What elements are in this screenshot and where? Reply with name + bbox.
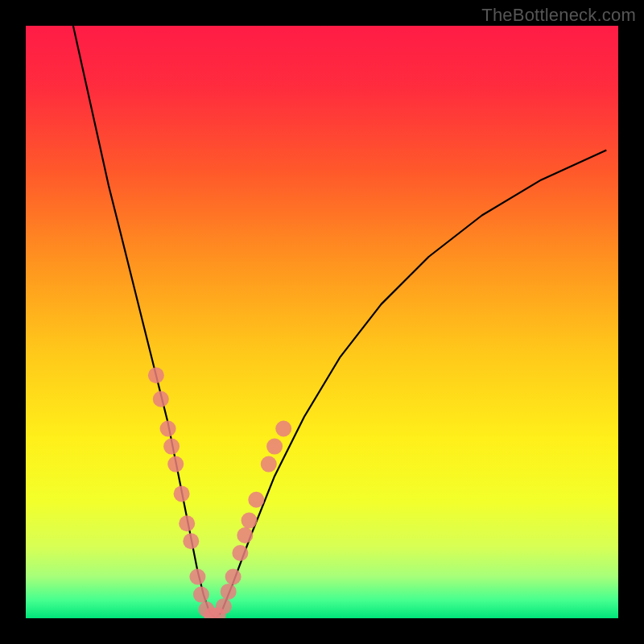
data-marker xyxy=(242,513,258,529)
data-marker xyxy=(261,456,277,473)
data-marker xyxy=(167,456,184,473)
data-marker xyxy=(237,527,253,543)
curve-overlay xyxy=(26,26,618,618)
data-marker xyxy=(183,533,199,549)
data-marker xyxy=(275,421,291,437)
data-marker xyxy=(160,421,176,437)
data-marker xyxy=(189,569,205,585)
data-marker xyxy=(153,391,169,407)
data-marker xyxy=(216,598,232,614)
chart-container: TheBottleneck.com xyxy=(0,0,644,644)
data-marker xyxy=(174,485,190,502)
data-marker xyxy=(225,569,242,585)
data-marker xyxy=(221,584,237,600)
data-markers xyxy=(148,367,291,618)
data-marker xyxy=(266,439,283,455)
data-marker xyxy=(193,587,209,603)
data-marker xyxy=(148,367,164,383)
data-marker xyxy=(248,492,264,508)
data-marker xyxy=(179,515,195,531)
v-curve-path xyxy=(73,26,606,618)
data-marker xyxy=(232,545,248,561)
watermark-text: TheBottleneck.com xyxy=(481,5,636,26)
plot-area xyxy=(26,26,618,618)
data-marker xyxy=(163,439,180,455)
v-curve xyxy=(73,26,606,618)
